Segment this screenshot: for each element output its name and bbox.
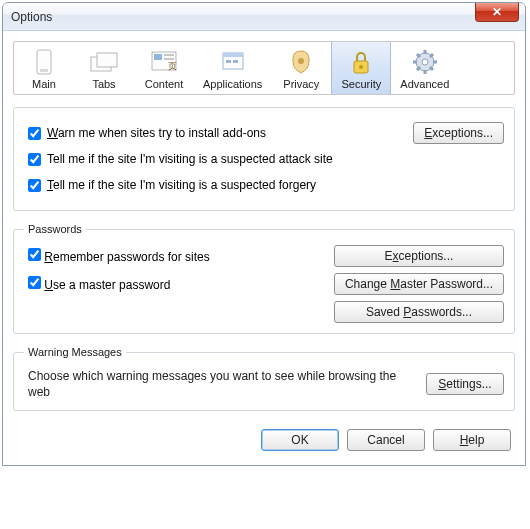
titlebar[interactable]: Options ✕ xyxy=(3,3,525,31)
passwords-exceptions-button[interactable]: Exceptions... xyxy=(334,245,504,267)
addons-group: Warn me when sites try to install add-on… xyxy=(13,107,515,211)
svg-rect-12 xyxy=(233,60,238,63)
svg-point-13 xyxy=(298,58,304,64)
applications-icon xyxy=(217,48,249,76)
remember-passwords-option[interactable]: Remember passwords for sites xyxy=(28,248,324,264)
svg-rect-3 xyxy=(97,53,117,67)
tab-applications[interactable]: Applications xyxy=(194,42,271,94)
master-password-checkbox[interactable] xyxy=(28,276,41,289)
tab-privacy[interactable]: Privacy xyxy=(271,42,331,94)
tab-label: Main xyxy=(23,78,65,90)
ok-button[interactable]: OK xyxy=(261,429,339,451)
category-toolbar: Main Tabs 页 Content Applications xyxy=(13,41,515,95)
svg-line-25 xyxy=(417,67,420,70)
svg-rect-1 xyxy=(40,69,48,72)
forgery-label: Tell me if the site I'm visiting is a su… xyxy=(47,178,316,192)
security-icon xyxy=(345,48,377,76)
remember-passwords-checkbox[interactable] xyxy=(28,248,41,261)
warning-messages-legend: Warning Messages xyxy=(24,346,126,358)
forgery-option[interactable]: Tell me if the site I'm visiting is a su… xyxy=(28,178,316,192)
svg-rect-5 xyxy=(154,54,162,60)
options-window: Options ✕ Main Tabs 页 Cont xyxy=(2,2,526,466)
main-icon xyxy=(28,48,60,76)
window-title: Options xyxy=(11,10,52,24)
tab-advanced[interactable]: Advanced xyxy=(391,42,458,94)
svg-rect-11 xyxy=(226,60,231,63)
tabs-icon xyxy=(88,48,120,76)
tab-label: Content xyxy=(143,78,185,90)
svg-line-23 xyxy=(430,67,433,70)
privacy-icon xyxy=(285,48,317,76)
tab-main[interactable]: Main xyxy=(14,42,74,94)
warn-addons-checkbox[interactable] xyxy=(28,127,41,140)
advanced-icon xyxy=(409,48,441,76)
attack-site-option[interactable]: Tell me if the site I'm visiting is a su… xyxy=(28,152,333,166)
svg-text:页: 页 xyxy=(168,61,177,71)
close-icon: ✕ xyxy=(492,5,502,19)
help-button[interactable]: Help xyxy=(433,429,511,451)
tab-label: Applications xyxy=(203,78,262,90)
forgery-checkbox[interactable] xyxy=(28,179,41,192)
passwords-legend: Passwords xyxy=(24,223,86,235)
warning-messages-group: Warning Messages Choose which warning me… xyxy=(13,346,515,411)
warning-messages-text: Choose which warning messages you want t… xyxy=(28,368,414,400)
attack-site-checkbox[interactable] xyxy=(28,153,41,166)
warn-addons-option[interactable]: Warn me when sites try to install add-on… xyxy=(28,126,266,140)
master-password-label: Use a master password xyxy=(44,278,170,292)
master-password-option[interactable]: Use a master password xyxy=(28,276,324,292)
content-area: Main Tabs 页 Content Applications xyxy=(3,31,525,465)
tab-security[interactable]: Security xyxy=(331,42,391,94)
content-icon: 页 xyxy=(148,48,180,76)
tab-content[interactable]: 页 Content xyxy=(134,42,194,94)
remember-passwords-label: Remember passwords for sites xyxy=(44,250,209,264)
tab-label: Security xyxy=(340,78,382,90)
tab-label: Privacy xyxy=(280,78,322,90)
saved-passwords-button[interactable]: Saved Passwords... xyxy=(334,301,504,323)
cancel-button[interactable]: Cancel xyxy=(347,429,425,451)
svg-rect-10 xyxy=(223,53,243,57)
close-button[interactable]: ✕ xyxy=(475,3,519,22)
attack-site-label: Tell me if the site I'm visiting is a su… xyxy=(47,152,333,166)
warning-settings-button[interactable]: Settings... xyxy=(426,373,504,395)
tab-label: Advanced xyxy=(400,78,449,90)
svg-point-17 xyxy=(422,59,428,65)
warn-addons-label: Warn me when sites try to install add-on… xyxy=(47,126,266,140)
svg-line-24 xyxy=(430,54,433,57)
change-master-password-button[interactable]: Change Master Password... xyxy=(334,273,504,295)
dialog-button-row: OK Cancel Help xyxy=(13,423,515,453)
passwords-group: Passwords Remember passwords for sites E… xyxy=(13,223,515,334)
svg-rect-6 xyxy=(164,54,174,56)
addons-exceptions-button[interactable]: Exceptions... xyxy=(413,122,504,144)
svg-line-22 xyxy=(417,54,420,57)
tab-tabs[interactable]: Tabs xyxy=(74,42,134,94)
svg-rect-7 xyxy=(164,58,174,60)
svg-point-15 xyxy=(359,65,363,69)
tab-label: Tabs xyxy=(83,78,125,90)
